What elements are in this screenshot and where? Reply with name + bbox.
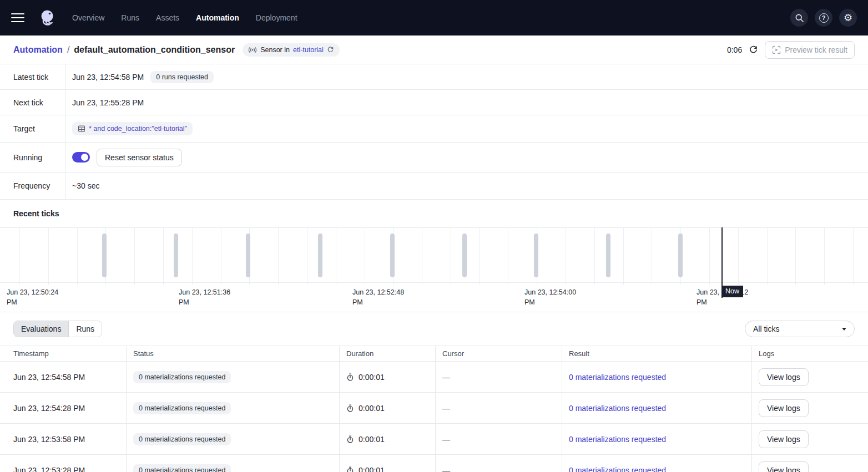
nav-item-assets[interactable]: Assets — [156, 13, 179, 22]
refresh-icon[interactable] — [749, 45, 758, 54]
code-location-link[interactable]: etl-tutorial — [293, 46, 324, 54]
column-header-cursor: Cursor — [436, 346, 562, 362]
cell-status: 0 materializations requested — [127, 362, 340, 393]
gridline — [738, 228, 739, 285]
gridline — [709, 228, 710, 285]
cell-cursor: — — [436, 362, 562, 393]
cell-cursor: — — [436, 455, 562, 472]
help-icon[interactable]: ? — [815, 9, 832, 27]
gridline — [508, 228, 508, 285]
cell-logs: View logs — [752, 424, 868, 455]
status-pill: 0 materializations requested — [133, 402, 231, 414]
cell-timestamp: Jun 23, 12:54:28 PM — [0, 393, 127, 424]
settings-gear-icon[interactable]: ⚙ — [839, 9, 857, 27]
tick-bar[interactable] — [246, 234, 250, 277]
timeline-baseline — [0, 282, 868, 283]
tick-bar[interactable] — [102, 234, 107, 277]
gridline — [623, 228, 624, 285]
menu-icon[interactable] — [11, 13, 24, 23]
tab-runs[interactable]: Runs — [68, 321, 102, 337]
tick-bar[interactable] — [678, 234, 683, 277]
ticks-filter-dropdown[interactable]: All ticks — [745, 321, 855, 337]
next-tick-time: Jun 23, 12:55:28 PM — [72, 98, 144, 107]
cell-timestamp: Jun 23, 12:53:28 PM — [0, 455, 127, 472]
tick-bar[interactable] — [606, 234, 610, 277]
nav-item-deployment[interactable]: Deployment — [256, 13, 297, 22]
axis-label: Jun 23, 12:54:00PM — [524, 287, 576, 307]
recent-ticks-timeline: Jun 23, 12:50:24PMJun 23, 12:51:36PMJun … — [0, 227, 868, 312]
axis-label-line2: PM — [7, 297, 58, 307]
cell-duration: 0:00:01 — [340, 393, 436, 424]
gridline — [192, 228, 193, 285]
gridline — [336, 228, 336, 285]
result-link[interactable]: 0 materializations requested — [569, 466, 666, 472]
result-link[interactable]: 0 materializations requested — [569, 435, 666, 444]
view-logs-button[interactable]: View logs — [759, 399, 809, 417]
evaluations-table: TimestampStatusDurationCursorResultLogsJ… — [0, 346, 868, 472]
gridline — [19, 228, 20, 285]
status-pill: 0 materializations requested — [133, 433, 231, 445]
reload-location-icon[interactable] — [327, 46, 334, 53]
chevron-down-icon — [842, 328, 846, 331]
target-selection-pill[interactable]: * and code_location:"etl-tutorial" — [72, 122, 193, 135]
nav-item-overview[interactable]: Overview — [72, 13, 104, 22]
now-badge: Now — [721, 286, 743, 297]
sensor-badge-prefix: Sensor in — [260, 46, 290, 54]
row-running: Running Reset sensor status — [0, 143, 868, 172]
search-icon[interactable] — [790, 9, 808, 27]
duration-value: 0:00:01 — [359, 435, 385, 444]
result-link[interactable]: 0 materializations requested — [569, 373, 666, 382]
gridline — [221, 228, 221, 285]
tick-bar[interactable] — [318, 234, 322, 277]
cell-logs: View logs — [752, 455, 868, 472]
row-latest-tick: Latest tick Jun 23, 12:54:58 PM 0 runs r… — [0, 64, 868, 90]
running-toggle[interactable] — [72, 152, 90, 163]
axis-label-line2: PM — [524, 297, 576, 307]
asset-table-icon — [78, 125, 85, 133]
dagster-logo-icon[interactable] — [37, 7, 58, 28]
tick-bar[interactable] — [174, 234, 178, 277]
sensor-badge: Sensor in etl-tutorial — [243, 43, 340, 57]
duration-value: 0:00:01 — [359, 466, 385, 472]
cell-duration: 0:00:01 — [340, 424, 436, 455]
preview-tick-result-button[interactable]: Preview tick result — [765, 41, 855, 59]
gridline — [795, 228, 796, 285]
view-logs-button[interactable]: View logs — [759, 368, 809, 386]
column-header-duration: Duration — [340, 346, 436, 362]
cell-timestamp: Jun 23, 12:54:58 PM — [0, 362, 127, 393]
breadcrumb-automation[interactable]: Automation — [13, 45, 63, 55]
reset-sensor-status-button[interactable]: Reset sensor status — [97, 149, 182, 166]
cell-timestamp: Jun 23, 12:53:58 PM — [0, 424, 127, 455]
breadcrumb-separator: / — [67, 45, 69, 55]
cell-logs: View logs — [752, 393, 868, 424]
gridline — [824, 228, 825, 285]
row-target: Target * and code_location:"etl-tutorial… — [0, 115, 868, 143]
gridline — [278, 228, 279, 285]
runs-requested-badge: 0 runs requested — [150, 71, 214, 83]
tab-evaluations[interactable]: Evaluations — [14, 321, 68, 337]
tick-bar[interactable] — [534, 234, 538, 277]
tick-bar[interactable] — [390, 234, 395, 277]
target-selection-link[interactable]: * and code_location:"etl-tutorial" — [89, 125, 187, 133]
axis-label-line2: PM — [352, 297, 404, 307]
axis-label: Jun 23, 12:51:36PM — [179, 287, 230, 307]
gridline — [853, 228, 854, 285]
nav-item-automation[interactable]: Automation — [196, 13, 239, 22]
view-logs-button[interactable]: View logs — [759, 430, 809, 448]
axis-label-line1: Jun 23, 12:52:48 — [352, 287, 404, 297]
gridline — [594, 228, 595, 285]
gridline — [652, 228, 652, 285]
cell-result: 0 materializations requested — [562, 393, 752, 424]
cell-duration: 0:00:01 — [340, 455, 436, 472]
result-link[interactable]: 0 materializations requested — [569, 404, 666, 413]
nav-item-runs[interactable]: Runs — [121, 13, 139, 22]
tick-bar[interactable] — [462, 234, 467, 277]
duration-value: 0:00:01 — [359, 373, 385, 382]
stopwatch-icon — [346, 466, 354, 472]
view-logs-button[interactable]: View logs — [759, 461, 809, 472]
gridline — [307, 228, 307, 285]
next-tick-label: Next tick — [0, 90, 65, 115]
sensor-icon — [248, 45, 257, 54]
column-header-result: Result — [562, 346, 752, 362]
recent-ticks-heading: Recent ticks — [0, 200, 868, 227]
